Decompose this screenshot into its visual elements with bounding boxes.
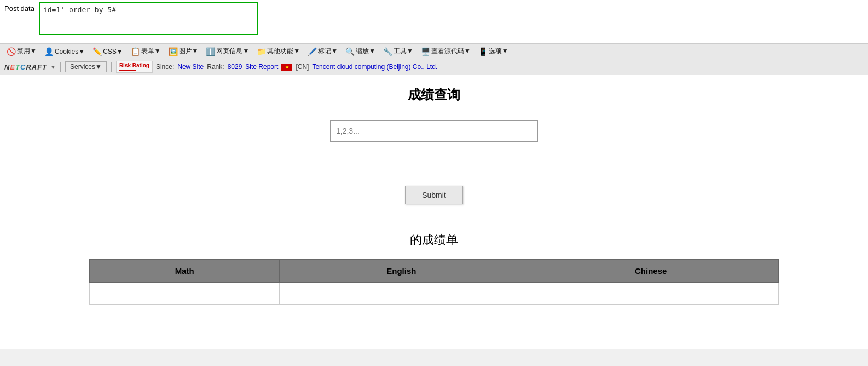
cell-english xyxy=(280,283,523,305)
cookies-label: Cookies▼ xyxy=(55,48,85,55)
since-label: Since: xyxy=(156,63,174,71)
pageinfo-icon: ℹ️ xyxy=(206,47,215,56)
page-title: 成绩查询 xyxy=(408,86,460,104)
col-english: English xyxy=(280,260,523,283)
toolbar-css[interactable]: ✏️ CSS▼ xyxy=(89,46,126,57)
toolbar-misc[interactable]: 📁 其他功能▼ xyxy=(253,45,303,57)
rank-label: Rank: xyxy=(207,63,224,71)
browser-toolbar: 🚫 禁用▼ 👤 Cookies▼ ✏️ CSS▼ 📋 表单▼ 🖼️ 图片▼ ℹ️… xyxy=(0,44,868,59)
site-report-text: Site Report xyxy=(245,63,278,71)
risk-rating-badge: Risk Rating xyxy=(116,61,153,73)
mark-label: 标记▼ xyxy=(318,47,338,56)
cookies-icon: 👤 xyxy=(44,47,54,56)
tools-label: 工具▼ xyxy=(394,47,413,56)
toolbar-zoom[interactable]: 🔍 缩放▼ xyxy=(342,45,379,57)
toolbar-images[interactable]: 🖼️ 图片▼ xyxy=(165,45,202,57)
new-site-text: New Site xyxy=(177,63,204,71)
cn-label: [CN] xyxy=(296,63,309,71)
submit-button[interactable]: Submit xyxy=(405,186,463,204)
post-data-input[interactable]: id=1' order by 5# xyxy=(39,2,258,35)
images-icon: 🖼️ xyxy=(169,47,178,56)
cell-chinese xyxy=(523,283,779,305)
toolbar-pageinfo[interactable]: ℹ️ 网页信息▼ xyxy=(202,45,252,57)
netcraft-services-button[interactable]: Services▼ xyxy=(65,61,107,72)
misc-icon: 📁 xyxy=(257,47,266,56)
misc-label: 其他功能▼ xyxy=(267,47,300,56)
toolbar-mark[interactable]: 🖊️ 标记▼ xyxy=(304,45,341,57)
mark-icon: 🖊️ xyxy=(308,47,317,56)
results-title: 的成绩单 xyxy=(410,232,458,248)
table-body xyxy=(90,283,779,305)
css-icon: ✏️ xyxy=(92,47,102,56)
site-report-link[interactable]: Site Report xyxy=(245,63,278,71)
new-site-link[interactable]: New Site xyxy=(177,63,204,71)
col-math: Math xyxy=(90,260,280,283)
viewsource-label: 查看源代码▼ xyxy=(431,47,471,56)
company-text: Tencent cloud computing (Beijing) Co., L… xyxy=(312,63,437,71)
risk-rating-bar xyxy=(119,70,136,71)
company-link[interactable]: Tencent cloud computing (Beijing) Co., L… xyxy=(312,63,437,71)
zoom-icon: 🔍 xyxy=(345,47,355,56)
divider-1 xyxy=(60,62,61,72)
main-content: 成绩查询 Submit 的成绩单 Math English Chinese xyxy=(0,75,868,349)
zoom-label: 缩放▼ xyxy=(356,47,375,56)
toolbar-cookies[interactable]: 👤 Cookies▼ xyxy=(41,46,88,57)
toolbar-options[interactable]: 📱 选项▼ xyxy=(475,45,512,57)
disable-icon: 🚫 xyxy=(7,47,16,56)
viewsource-icon: 🖥️ xyxy=(421,47,430,56)
rank-value: 8029 xyxy=(228,63,242,71)
col-chinese: Chinese xyxy=(523,260,779,283)
forms-label: 表单▼ xyxy=(141,47,161,56)
tools-icon: 🔧 xyxy=(383,47,392,56)
table-head: Math English Chinese xyxy=(90,260,779,283)
options-icon: 📱 xyxy=(478,47,488,56)
search-input[interactable] xyxy=(330,120,538,142)
cn-flag: ★ xyxy=(281,64,292,71)
services-label: Services▼ xyxy=(70,63,102,71)
toolbar-viewsource[interactable]: 🖥️ 查看源代码▼ xyxy=(418,45,474,57)
forms-icon: 📋 xyxy=(131,47,140,56)
netcraft-logo: NETCRAFT xyxy=(4,63,47,71)
netcraft-bar: NETCRAFT ▼ Services▼ Risk Rating Since: … xyxy=(0,59,868,75)
cell-math xyxy=(90,283,280,305)
post-data-bar: Post data id=1' order by 5# xyxy=(0,0,868,44)
css-label: CSS▼ xyxy=(103,48,123,55)
rank-link[interactable]: 8029 xyxy=(228,63,242,71)
netcraft-logo-text: NETCRAFT xyxy=(4,63,47,71)
netcraft-logo-icon: ▼ xyxy=(50,64,56,70)
risk-rating-text: Risk Rating xyxy=(119,62,149,68)
table-row xyxy=(90,283,779,305)
divider-2 xyxy=(111,62,112,72)
images-label: 图片▼ xyxy=(179,47,199,56)
toolbar-tools[interactable]: 🔧 工具▼ xyxy=(380,45,416,57)
toolbar-forms[interactable]: 📋 表单▼ xyxy=(128,45,164,57)
submit-label: Submit xyxy=(422,191,446,199)
post-data-label: Post data xyxy=(4,2,34,13)
table-header-row: Math English Chinese xyxy=(90,260,779,283)
results-table: Math English Chinese xyxy=(89,259,779,305)
options-label: 选项▼ xyxy=(489,47,508,56)
disable-label: 禁用▼ xyxy=(17,47,37,56)
pageinfo-label: 网页信息▼ xyxy=(216,47,249,56)
toolbar-disable[interactable]: 🚫 禁用▼ xyxy=(3,45,40,57)
